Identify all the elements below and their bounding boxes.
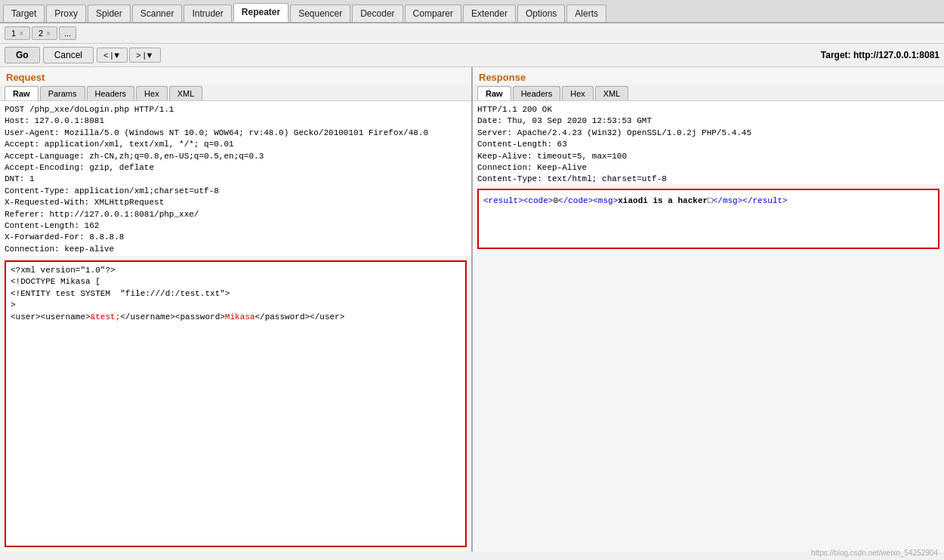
tab-sequencer[interactable]: Sequencer bbox=[290, 5, 350, 22]
tab-target[interactable]: Target bbox=[3, 5, 45, 22]
close-tab-1-icon[interactable]: × bbox=[19, 29, 23, 38]
repeater-tabs: 1× 2× ... bbox=[0, 23, 944, 44]
main-content: Request Raw Params Headers Hex XML POST … bbox=[0, 67, 944, 552]
response-panel: Response Raw Headers Hex XML HTTP/1.1 20… bbox=[473, 67, 944, 552]
cancel-button[interactable]: Cancel bbox=[43, 47, 94, 63]
request-tab-headers[interactable]: Headers bbox=[87, 86, 135, 100]
tab-decoder[interactable]: Decoder bbox=[352, 5, 403, 22]
request-panel-inner: POST /php_xxe/doLogin.php HTTP/1.1 Host:… bbox=[0, 101, 471, 552]
watermark: https://blog.csdn.net/weixn_54252904 bbox=[811, 549, 938, 557]
response-sub-tabs: Raw Headers Hex XML bbox=[473, 85, 944, 101]
tab-options[interactable]: Options bbox=[517, 5, 565, 22]
request-body-text[interactable]: <?xml version="1.0"?> <!DOCTYPE Mikasa [… bbox=[5, 260, 467, 547]
request-sub-tabs: Raw Params Headers Hex XML bbox=[0, 85, 471, 101]
tab-proxy[interactable]: Proxy bbox=[46, 5, 86, 22]
response-tab-hex[interactable]: Hex bbox=[562, 86, 594, 100]
tab-repeater[interactable]: Repeater bbox=[233, 3, 288, 22]
tab-intruder[interactable]: Intruder bbox=[184, 5, 231, 22]
repeater-tab-1[interactable]: 1× bbox=[5, 26, 30, 40]
tab-comparer[interactable]: Comparer bbox=[405, 5, 461, 22]
response-tab-raw[interactable]: Raw bbox=[477, 86, 511, 100]
close-tab-2-icon[interactable]: × bbox=[46, 29, 51, 38]
repeater-tab-more[interactable]: ... bbox=[59, 26, 76, 40]
response-tab-headers[interactable]: Headers bbox=[513, 86, 561, 100]
request-tab-params[interactable]: Params bbox=[40, 86, 85, 100]
tab-scanner[interactable]: Scanner bbox=[132, 5, 183, 22]
tab-extender[interactable]: Extender bbox=[463, 5, 516, 22]
response-headers-text: HTTP/1.1 200 OK Date: Thu, 03 Sep 2020 1… bbox=[473, 101, 944, 184]
response-title: Response bbox=[473, 67, 944, 85]
response-tab-xml[interactable]: XML bbox=[595, 86, 629, 100]
target-info: Target: http://127.0.0.1:8081 bbox=[821, 50, 939, 60]
request-panel: Request Raw Params Headers Hex XML POST … bbox=[0, 67, 473, 552]
toolbar: Go Cancel < |▼ > |▼ Target: http://127.0… bbox=[0, 44, 944, 67]
back-button[interactable]: < |▼ bbox=[97, 48, 128, 63]
response-body-text: <result><code>0</code><msg>xiaodi is a h… bbox=[477, 189, 939, 249]
repeater-tab-2[interactable]: 2× bbox=[32, 26, 57, 40]
request-title: Request bbox=[0, 67, 471, 85]
tab-spider[interactable]: Spider bbox=[88, 5, 131, 22]
request-tab-xml[interactable]: XML bbox=[169, 86, 203, 100]
request-headers-text: POST /php_xxe/doLogin.php HTTP/1.1 Host:… bbox=[0, 101, 471, 256]
nav-tabs: Target Proxy Spider Scanner Intruder Rep… bbox=[0, 0, 944, 23]
go-button[interactable]: Go bbox=[5, 47, 40, 63]
request-tab-hex[interactable]: Hex bbox=[136, 86, 168, 100]
request-tab-raw[interactable]: Raw bbox=[5, 86, 39, 100]
forward-button[interactable]: > |▼ bbox=[129, 48, 160, 63]
tab-alerts[interactable]: Alerts bbox=[566, 5, 606, 22]
